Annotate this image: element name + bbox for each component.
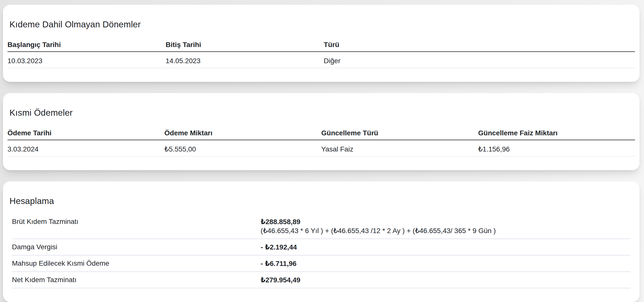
calculation-card: Hesaplama Brüt Kıdem Tazminatı₺288.858,8… [3,181,640,302]
table-cell: 10.03.2023 [8,52,166,68]
calc-row: Mahsup Edilecek Kısmi Ödeme- ₺6.711,96 [12,255,630,272]
calc-row-label: Net Kıdem Tazminatı [12,272,261,288]
excluded-periods-table: Başlangıç TarihiBitiş TarihiTürü 10.03.2… [8,37,635,68]
partial-payments-table: Ödeme TarihiÖdeme MiktarıGüncelleme Türü… [8,125,635,156]
calc-row-value: - ₺2.192,44 [261,243,630,252]
calc-row-label: Brüt Kıdem Tazminatı [12,214,261,239]
table-cell: Yasal Faiz [321,140,478,156]
table-row: 10.03.202314.05.2023Diğer [8,52,635,68]
calc-row-value-cell: ₺279.954,49 [261,272,630,288]
table-row: 3.03.2024₺5.555,00Yasal Faiz₺1.156,96 [8,140,635,156]
column-header: Ödeme Tarihi [8,125,164,140]
calc-row: Net Kıdem Tazminatı₺279.954,49 [12,272,630,288]
table-cell: ₺5.555,00 [164,140,321,156]
table-cell: 14.05.2023 [166,52,324,68]
calc-row: Brüt Kıdem Tazminatı₺288.858,89(₺46.655,… [12,214,630,239]
calculation-title: Hesaplama [10,196,635,206]
table-cell: Diğer [324,52,635,68]
column-header: Güncelleme Türü [321,125,478,140]
severance-report-page: Kıdeme Dahil Olmayan Dönemler Başlangıç … [0,0,644,302]
calc-row-formula: (₺46.655,43 * 6 Yıl ) + (₺46.655,43 /12 … [261,226,630,235]
calc-row-value: - ₺6.711,96 [261,259,630,268]
partial-payments-title: Kısmi Ödemeler [10,107,635,118]
excluded-periods-title: Kıdeme Dahil Olmayan Dönemler [10,19,635,30]
calc-row-value-cell: - ₺6.711,96 [261,255,630,272]
calc-row-value: ₺279.954,49 [261,276,630,285]
calc-row-value-cell: - ₺2.192,44 [261,239,630,255]
column-header: Ödeme Miktarı [164,125,321,140]
calc-row-label: Damga Vergisi [12,239,261,255]
table-header-row: Ödeme TarihiÖdeme MiktarıGüncelleme Türü… [8,125,635,140]
table-cell: 3.03.2024 [8,140,164,156]
table-cell: ₺1.156,96 [478,140,635,156]
column-header: Türü [324,37,635,52]
calc-row-value: ₺288.858,89 [261,217,630,226]
column-header: Güncelleme Faiz Miktarı [478,125,635,140]
column-header: Başlangıç Tarihi [8,37,166,52]
calculation-table: Brüt Kıdem Tazminatı₺288.858,89(₺46.655,… [12,214,630,288]
calc-row-label: Mahsup Edilecek Kısmi Ödeme [12,255,261,272]
calc-row: Damga Vergisi- ₺2.192,44 [12,239,630,255]
column-header: Bitiş Tarihi [166,37,324,52]
partial-payments-card: Kısmi Ödemeler Ödeme TarihiÖdeme Miktarı… [3,93,640,170]
table-header-row: Başlangıç TarihiBitiş TarihiTürü [8,37,635,52]
excluded-periods-card: Kıdeme Dahil Olmayan Dönemler Başlangıç … [3,5,640,82]
calc-row-value-cell: ₺288.858,89(₺46.655,43 * 6 Yıl ) + (₺46.… [261,214,630,239]
